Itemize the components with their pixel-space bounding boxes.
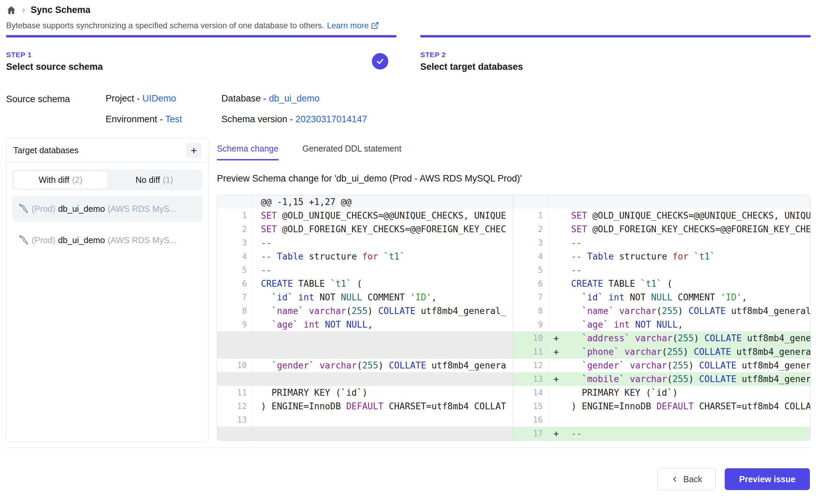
diff-code-line: -- Table structure for `t1`	[564, 251, 810, 262]
diff-line-number	[217, 195, 253, 209]
diff-filter-tabs: With diff(2)No diff(1)	[12, 169, 203, 190]
diff-line-number: 11	[217, 386, 253, 399]
diff-line-number: 8	[513, 304, 549, 318]
tab-schema-change[interactable]: Schema change	[217, 144, 279, 160]
tab-count: (2)	[72, 175, 82, 185]
preview-title: Preview Schema change for 'db_ui_demo (P…	[217, 173, 811, 184]
diff-row-left-header: @@ -1,15 +1,27 @@	[217, 195, 513, 209]
diff-line-number: 3	[217, 236, 253, 250]
diff-row-left-gap	[217, 372, 513, 386]
diff-line-number: 5	[513, 263, 549, 277]
learn-more-link[interactable]: Learn more	[327, 21, 379, 30]
diff-row-left-gap	[217, 427, 513, 440]
diff-row-right-header	[513, 195, 810, 209]
source-field-value-link[interactable]: db_ui_demo	[269, 93, 320, 104]
diff-line-number: 15	[513, 399, 549, 413]
main-section: Target databases + With diff(2)No diff(1…	[6, 138, 811, 442]
diff-pane-target[interactable]: 1SET @OLD_UNIQUE_CHECKS=@@UNIQUE_CHECKS,…	[513, 195, 810, 440]
diff-code-line: SET @OLD_FOREIGN_KEY_CHECKS=@@FOREIGN_KE…	[253, 224, 513, 234]
source-field-name: Schema version -	[221, 114, 296, 124]
diff-row-right-5: 5--	[513, 263, 810, 277]
chevron-left-icon	[671, 475, 679, 483]
diff-code-line: `address` varchar(255) COLLATE utf8mb4_g…	[564, 333, 810, 343]
source-field-project: Project - UIDemo	[106, 93, 221, 104]
diff-line-number: 13	[217, 413, 253, 427]
source-field-schema-version: Schema version - 20230317014147	[221, 114, 367, 125]
database-name: db_ui_demo	[58, 235, 105, 245]
diff-line-number: 1	[513, 209, 549, 222]
add-target-database-button[interactable]: +	[186, 143, 202, 158]
diff-line-number	[217, 427, 253, 440]
step-1-progress-bar	[6, 35, 396, 37]
tab-no-diff[interactable]: No diff(1)	[108, 171, 202, 189]
diff-code-line: CREATE TABLE `t1` (	[564, 279, 810, 289]
preview-issue-button[interactable]: Preview issue	[725, 468, 810, 490]
tab-count: (1)	[163, 175, 173, 185]
database-environment: (Prod)	[32, 235, 55, 245]
diff-row-right-11: 11+ `phone` varchar(255) COLLATE utf8mb4…	[513, 345, 810, 359]
source-field-name: Environment -	[106, 114, 165, 124]
step-2-progress-bar	[420, 35, 811, 37]
diff-row-right-6: 6CREATE TABLE `t1` (	[513, 277, 810, 290]
diff-code-line: -- Table structure for `t1`	[253, 251, 513, 262]
tab-label: With diff	[39, 175, 69, 185]
diff-code-line: --	[564, 265, 810, 275]
diff-line-number: 10	[513, 331, 549, 345]
diff-row-left-gap	[217, 331, 513, 359]
page-title: Sync Schema	[31, 5, 91, 15]
diff-row-right-7: 7 `id` int NOT NULL COMMENT 'ID',	[513, 290, 810, 304]
target-database-item[interactable]: (Prod)db_ui_demo(AWS RDS MyS...	[12, 227, 203, 253]
diff-line-number: 12	[513, 359, 549, 372]
diff-row-right-17: 17+--	[513, 427, 810, 440]
diff-row-right-4: 4-- Table structure for `t1`	[513, 250, 810, 263]
diff-line-number: 6	[217, 277, 253, 290]
step-1-label: STEP 1	[6, 51, 103, 59]
diff-pane-source[interactable]: @@ -1,15 +1,27 @@1SET @OLD_UNIQUE_CHECKS…	[217, 195, 513, 440]
diff-line-number: 13	[513, 372, 549, 386]
diff-row-left-13: 13	[217, 413, 513, 427]
diff-change-marker: +	[549, 428, 564, 439]
source-field-value-link[interactable]: UIDemo	[142, 93, 176, 104]
diff-line-number	[217, 373, 253, 385]
page-description: Bytebase supports synchronizing a specif…	[6, 21, 811, 30]
diff-code-line: ) ENGINE=InnoDB DEFAULT CHARSET=utf8mb4 …	[564, 401, 810, 411]
diff-row-left-12: 12) ENGINE=InnoDB DEFAULT CHARSET=utf8mb…	[217, 399, 513, 413]
diff-row-right-15: 15) ENGINE=InnoDB DEFAULT CHARSET=utf8mb…	[513, 399, 810, 413]
diff-line-number: 1	[217, 209, 253, 222]
diff-code-line: `id` int NOT NULL COMMENT 'ID',	[253, 292, 513, 302]
breadcrumb: › Sync Schema	[0, 0, 816, 15]
diff-line-number: 2	[513, 222, 549, 236]
diff-line-number: 16	[513, 413, 549, 427]
target-database-item[interactable]: (Prod)db_ui_demo(AWS RDS MyS...	[12, 196, 203, 222]
diff-code-line: --	[564, 238, 810, 248]
diff-change-marker: +	[549, 374, 564, 384]
diff-line-number: 14	[513, 386, 549, 399]
schema-diff-view: @@ -1,15 +1,27 @@1SET @OLD_UNIQUE_CHECKS…	[217, 195, 811, 441]
source-schema-label: Source schema	[6, 93, 106, 125]
tab-with-diff[interactable]: With diff(2)	[14, 171, 108, 189]
source-field-name: Project -	[106, 93, 142, 104]
diff-code-line: PRIMARY KEY (`id`)	[253, 388, 513, 398]
source-field-value-link[interactable]: 20230317014147	[296, 114, 367, 124]
diff-code-line: PRIMARY KEY (`id`)	[564, 388, 810, 398]
database-instance: (AWS RDS MyS...	[108, 204, 176, 214]
diff-code-line: `age` int NOT NULL,	[564, 319, 810, 330]
diff-row-right-8: 8 `name` varchar(255) COLLATE utf8mb4_ge…	[513, 304, 810, 318]
source-field-value-link[interactable]: Test	[165, 114, 182, 124]
diff-code-line: `phone` varchar(255) COLLATE utf8mb4_gen…	[564, 347, 810, 357]
diff-row-left-3: 3--	[217, 236, 513, 250]
diff-row-left-6: 6CREATE TABLE `t1` (	[217, 277, 513, 290]
diff-line-number: 17	[513, 427, 549, 440]
diff-line-number: 11	[513, 345, 549, 359]
diff-code-line: `id` int NOT NULL COMMENT 'ID',	[564, 292, 810, 302]
diff-line-number: 12	[217, 399, 253, 413]
external-link-icon	[371, 21, 379, 30]
home-icon[interactable]	[6, 5, 16, 15]
diff-code-line: `mobile` varchar(255) COLLATE utf8mb4_ge…	[564, 374, 810, 384]
database-name: db_ui_demo	[58, 204, 105, 214]
tab-generated-ddl-statement[interactable]: Generated DDL statement	[302, 144, 402, 160]
diff-code-line: CREATE TABLE `t1` (	[253, 279, 513, 289]
diff-row-left-11: 11 PRIMARY KEY (`id`)	[217, 386, 513, 399]
back-button[interactable]: Back	[657, 468, 716, 490]
diff-row-left-5: 5--	[217, 263, 513, 277]
